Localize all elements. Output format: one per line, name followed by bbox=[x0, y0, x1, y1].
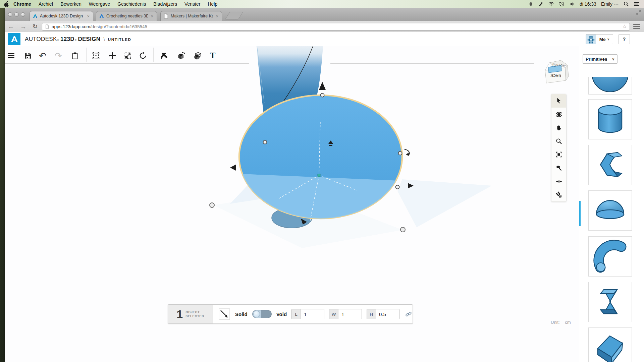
primitives-dropdown[interactable]: Primitives ∨ bbox=[583, 54, 618, 64]
primitive-cylinder[interactable] bbox=[588, 99, 632, 139]
menu-item-archief[interactable]: Archief bbox=[35, 1, 57, 7]
new-tab-button[interactable] bbox=[225, 12, 243, 19]
scale-icon[interactable] bbox=[123, 51, 133, 61]
pan-hand-icon[interactable] bbox=[551, 121, 566, 134]
link-dimensions-icon[interactable] bbox=[405, 310, 412, 318]
window-zoom-button[interactable] bbox=[21, 12, 25, 17]
visibility-eye-icon[interactable] bbox=[551, 175, 566, 188]
width-input[interactable] bbox=[338, 309, 362, 319]
window-close-button[interactable] bbox=[8, 12, 12, 17]
length-input[interactable] bbox=[301, 309, 324, 319]
combine-icon[interactable] bbox=[193, 51, 203, 61]
width-label: W bbox=[329, 309, 338, 319]
autodesk-favicon bbox=[99, 13, 104, 19]
menubar-clock[interactable]: di 16:33 bbox=[580, 1, 596, 7]
menu-item-bewerken[interactable]: Bewerken bbox=[57, 1, 85, 7]
tab-close-icon[interactable]: × bbox=[215, 14, 219, 19]
chrome-menu-icon[interactable] bbox=[633, 24, 640, 29]
undo-icon[interactable]: ↶ bbox=[38, 51, 48, 61]
wifi-icon[interactable] bbox=[548, 1, 554, 7]
tab-autodesk-123d[interactable]: Autodesk 123D Design × bbox=[30, 11, 93, 21]
app-title: AUTODESK® 123D® DESIGN \ UNTITLED bbox=[25, 36, 131, 43]
paste-icon[interactable] bbox=[70, 51, 80, 61]
main-toolbar: ↶ ↷ T bbox=[5, 46, 534, 64]
page-favicon bbox=[163, 13, 169, 19]
menu-item-help[interactable]: Help bbox=[204, 1, 221, 7]
window-minimize-button[interactable] bbox=[14, 12, 19, 17]
tab-title: Makers | Makerfaire Kerkra bbox=[171, 14, 213, 18]
time-machine-icon[interactable] bbox=[559, 1, 565, 7]
zoom-icon[interactable] bbox=[551, 134, 566, 148]
orbit-icon[interactable] bbox=[551, 108, 566, 121]
select-cursor-icon[interactable] bbox=[551, 94, 566, 108]
zoom-selection-icon[interactable] bbox=[551, 161, 566, 175]
pen-tablet-icon[interactable] bbox=[538, 1, 544, 7]
main-menu-icon[interactable] bbox=[6, 51, 16, 61]
notification-center-icon[interactable] bbox=[634, 1, 639, 7]
desktop-background-strip bbox=[0, 8, 5, 362]
back-button[interactable]: ← bbox=[5, 23, 17, 30]
menu-item-chrome[interactable]: Chrome bbox=[10, 1, 35, 7]
redo-icon[interactable]: ↷ bbox=[53, 51, 63, 61]
view-tool-palette bbox=[551, 94, 567, 202]
fit-view-icon[interactable] bbox=[551, 148, 566, 161]
autodesk-logo bbox=[8, 33, 20, 45]
spotlight-icon[interactable] bbox=[623, 1, 629, 7]
menubar-user[interactable]: Emily --- bbox=[601, 1, 619, 7]
length-label: L bbox=[292, 309, 301, 319]
primitive-corner-bracket[interactable] bbox=[588, 145, 632, 185]
primitive-elbow-pipe[interactable] bbox=[588, 236, 632, 277]
extrude-icon[interactable] bbox=[176, 51, 186, 61]
primitive-half-sphere[interactable] bbox=[588, 190, 632, 231]
menu-item-weergave[interactable]: Weergave bbox=[85, 1, 114, 7]
selected-label-line1: OBJECT bbox=[185, 310, 204, 314]
rotate-icon[interactable] bbox=[138, 51, 148, 61]
apple-menu-icon[interactable] bbox=[4, 1, 10, 7]
brand-autodesk: AUTODESK bbox=[25, 36, 57, 43]
address-bar[interactable]: apps.123dapp.com /design/?contentid=1635… bbox=[42, 23, 630, 31]
bookmark-star-icon[interactable]: ☆ bbox=[623, 23, 627, 29]
tab-crocheting-needles[interactable]: Crocheting needles 3D Mo × bbox=[96, 11, 157, 21]
title-separator: \ bbox=[103, 36, 105, 42]
save-icon[interactable] bbox=[23, 51, 33, 61]
app-header: AUTODESK® 123D® DESIGN \ UNTITLED Me∨ ? bbox=[5, 32, 644, 46]
snap-magnet-icon[interactable] bbox=[551, 188, 566, 201]
forward-button[interactable]: → bbox=[17, 23, 30, 30]
reg-mark: ® bbox=[75, 39, 76, 41]
menu-item-geschiedenis[interactable]: Geschiedenis bbox=[114, 1, 150, 7]
void-label: Void bbox=[276, 311, 287, 317]
menu-item-bladwijzers[interactable]: Bladwijzers bbox=[150, 1, 181, 7]
selection-count: 1 OBJECT SELECTED bbox=[168, 305, 213, 323]
help-button[interactable]: ? bbox=[619, 34, 630, 44]
menu-item-venster[interactable]: Venster bbox=[181, 1, 204, 7]
solid-void-toggle[interactable] bbox=[252, 310, 272, 318]
sketch-icon[interactable] bbox=[159, 51, 169, 61]
reload-button[interactable]: ↻ bbox=[30, 23, 41, 29]
tab-title: Crocheting needles 3D Mo bbox=[106, 14, 148, 18]
tab-close-icon[interactable]: × bbox=[150, 14, 154, 19]
toggle-knob[interactable] bbox=[253, 311, 260, 317]
text-icon[interactable]: T bbox=[208, 51, 218, 61]
sidebar-scroll-indicator[interactable] bbox=[579, 201, 581, 226]
primitive-wedge[interactable] bbox=[588, 327, 632, 362]
height-field: H bbox=[367, 309, 399, 319]
brand-design: DESIGN bbox=[78, 36, 100, 43]
solid-label: Solid bbox=[235, 311, 248, 317]
primitive-sphere[interactable] bbox=[588, 77, 632, 95]
measure-icon[interactable] bbox=[218, 308, 230, 320]
tab-close-icon[interactable]: × bbox=[86, 14, 90, 19]
move-icon[interactable] bbox=[107, 51, 117, 61]
url-domain: apps.123dapp.com bbox=[52, 24, 90, 29]
unit-value: cm bbox=[565, 320, 571, 325]
primitive-chevron-bracket[interactable] bbox=[588, 282, 632, 322]
height-input[interactable] bbox=[376, 309, 399, 319]
transform-icon[interactable] bbox=[91, 51, 101, 61]
volume-icon[interactable] bbox=[569, 1, 575, 7]
tab-makerfaire[interactable]: Makers | Makerfaire Kerkra × bbox=[160, 11, 222, 21]
selected-label-line2: SELECTED bbox=[185, 314, 204, 318]
bluetooth-icon[interactable] bbox=[528, 1, 533, 7]
fullscreen-icon[interactable] bbox=[636, 10, 641, 15]
account-button[interactable]: Me∨ bbox=[586, 34, 613, 44]
view-cube[interactable]: BOTTOM BACK bbox=[542, 57, 572, 87]
unit-indicator: Unit: cm bbox=[551, 320, 571, 325]
